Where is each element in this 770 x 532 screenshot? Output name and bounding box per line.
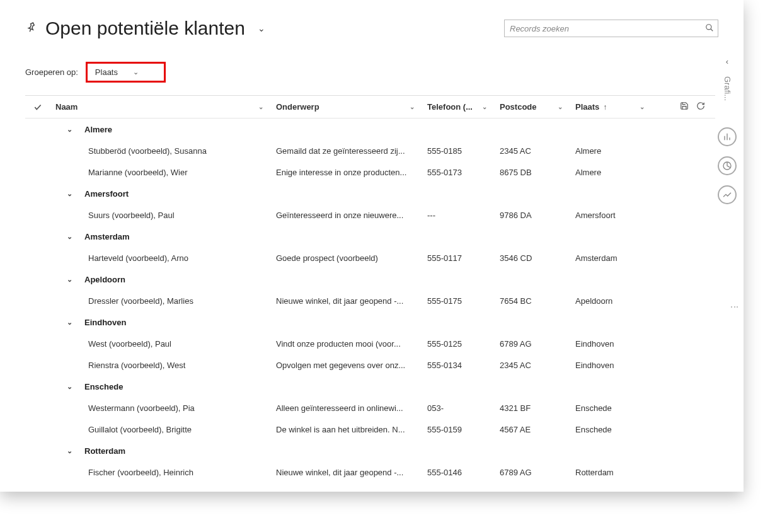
chevron-down-icon: ⌄ <box>67 383 76 391</box>
column-header-telefoon[interactable]: Telefoon (... ⌄ <box>422 102 495 112</box>
data-grid: Naam ⌄ Onderwerp ⌄ Telefoon (... ⌄ Postc… <box>25 95 715 483</box>
table-row[interactable]: Harteveld (voorbeeld), ArnoGoede prospec… <box>25 247 715 269</box>
cell-plaats: Enschede <box>570 403 652 413</box>
drag-handle-icon[interactable]: ⋮ <box>730 303 740 310</box>
chart-pie-icon[interactable] <box>718 156 737 175</box>
group-header[interactable]: ⌄Rotterdam <box>25 440 715 461</box>
chevron-down-icon: ⌄ <box>67 233 76 241</box>
title-wrap: Open potentiële klanten ⌄ <box>25 18 265 39</box>
chevron-down-icon: ⌄ <box>67 275 76 284</box>
pin-icon[interactable] <box>23 20 39 37</box>
cell-naam: Dressler (voorbeeld), Marlies <box>50 296 271 306</box>
cell-telefoon: 555-0134 <box>422 361 495 370</box>
table-row[interactable]: Rienstra (voorbeeld), WestOpvolgen met g… <box>25 354 715 376</box>
group-name: Enschede <box>84 382 123 391</box>
cell-postcode: 2345 AC <box>495 146 570 156</box>
cell-onderwerp: Alleen geïnteresseerd in onlinewi... <box>271 403 422 413</box>
cell-naam: Westermann (voorbeeld), Pia <box>50 403 271 413</box>
table-row[interactable]: Westermann (voorbeeld), PiaAlleen geïnte… <box>25 397 715 419</box>
table-row[interactable]: Guillalot (voorbeeld), BrigitteDe winkel… <box>25 419 715 440</box>
column-header-naam[interactable]: Naam ⌄ <box>50 102 271 112</box>
group-name: Almere <box>84 125 112 134</box>
column-header-plaats[interactable]: Plaats ↑ ⌄ <box>570 102 652 112</box>
table-row[interactable]: Stubberöd (voorbeeld), SusannaGemaild da… <box>25 140 715 161</box>
refresh-icon[interactable] <box>696 101 705 112</box>
cell-plaats: Almere <box>570 146 652 156</box>
chevron-down-icon: ⌄ <box>133 68 139 76</box>
collapse-chevron-icon[interactable]: ‹ <box>726 57 728 66</box>
column-header-onderwerp[interactable]: Onderwerp ⌄ <box>271 102 422 112</box>
cell-naam: Fischer (voorbeeld), Heinrich <box>50 468 271 477</box>
group-name: Eindhoven <box>84 318 126 327</box>
cell-postcode: 7654 BC <box>495 296 570 306</box>
group-header[interactable]: ⌄Almere <box>25 119 715 140</box>
cell-onderwerp: Nieuwe winkel, dit jaar geopend -... <box>271 468 422 477</box>
table-row[interactable]: Fischer (voorbeeld), HeinrichNieuwe wink… <box>25 461 715 483</box>
cell-onderwerp: Opvolgen met gegevens over onz... <box>271 361 422 370</box>
table-row[interactable]: West (voorbeeld), PaulVindt onze product… <box>25 333 715 354</box>
cell-plaats: Eindhoven <box>570 339 652 349</box>
search-icon[interactable] <box>705 23 714 34</box>
cell-telefoon: 555-0125 <box>422 339 495 349</box>
save-icon[interactable] <box>680 101 689 112</box>
group-by-row: Groeperen op: Plaats ⌄ <box>25 62 744 83</box>
chevron-down-icon: ⌄ <box>67 125 76 134</box>
svg-point-1 <box>706 24 711 29</box>
grid-actions <box>652 101 715 112</box>
chevron-down-icon: ⌄ <box>410 103 415 110</box>
group-name: Amersfoort <box>84 189 129 199</box>
cell-plaats: Eindhoven <box>570 361 652 370</box>
cell-onderwerp: Vindt onze producten mooi (voor... <box>271 339 422 349</box>
cell-telefoon: 053- <box>422 403 495 413</box>
cell-postcode: 2345 AC <box>495 361 570 370</box>
rail-label[interactable]: Grafi... <box>723 76 732 101</box>
cell-telefoon: --- <box>422 211 495 220</box>
cell-postcode: 4321 BF <box>495 403 570 413</box>
group-header[interactable]: ⌄Amersfoort <box>25 183 715 204</box>
chevron-down-icon: ⌄ <box>258 103 263 110</box>
cell-onderwerp: Geïnteresseerd in onze nieuwere... <box>271 211 422 220</box>
page-title[interactable]: Open potentiële klanten <box>45 18 245 39</box>
chart-line-icon[interactable] <box>718 185 737 204</box>
table-row[interactable]: Marianne (voorbeeld), WierEnige interess… <box>25 161 715 183</box>
column-header-postcode[interactable]: Postcode ⌄ <box>495 102 570 112</box>
chevron-down-icon: ⌄ <box>67 447 76 455</box>
cell-naam: Rienstra (voorbeeld), West <box>50 361 271 370</box>
chart-bar-icon[interactable] <box>718 127 737 146</box>
cell-postcode: 4567 AE <box>495 425 570 434</box>
cell-plaats: Enschede <box>570 425 652 434</box>
cell-plaats: Apeldoorn <box>570 296 652 306</box>
cell-telefoon: 555-0185 <box>422 146 495 156</box>
view-selector-chevron-icon[interactable]: ⌄ <box>258 23 265 33</box>
table-row[interactable]: Dressler (voorbeeld), MarliesNieuwe wink… <box>25 290 715 311</box>
group-by-select[interactable]: Plaats ⌄ <box>86 62 166 83</box>
group-name: Apeldoorn <box>84 275 125 284</box>
cell-telefoon: 555-0173 <box>422 168 495 177</box>
group-header[interactable]: ⌄Eindhoven <box>25 311 715 333</box>
cell-naam: Guillalot (voorbeeld), Brigitte <box>50 425 271 434</box>
cell-postcode: 6789 AG <box>495 468 570 477</box>
table-row[interactable]: Suurs (voorbeeld), PaulGeïnteresseerd in… <box>25 204 715 226</box>
cell-plaats: Amersfoort <box>570 211 652 220</box>
group-header[interactable]: ⌄Amsterdam <box>25 226 715 247</box>
group-by-label: Groeperen op: <box>25 67 78 77</box>
right-rail: ‹ Grafi... <box>718 57 736 204</box>
chevron-down-icon: ⌄ <box>67 318 76 327</box>
cell-onderwerp: Nieuwe winkel, dit jaar geopend -... <box>271 296 422 306</box>
cell-plaats: Almere <box>570 168 652 177</box>
cell-telefoon: 555-0117 <box>422 253 495 263</box>
cell-naam: Marianne (voorbeeld), Wier <box>50 168 271 177</box>
group-header[interactable]: ⌄Enschede <box>25 376 715 397</box>
search-box[interactable] <box>504 20 718 37</box>
header: Open potentiële klanten ⌄ <box>25 18 744 39</box>
search-input[interactable] <box>510 24 705 33</box>
select-all-checkbox[interactable] <box>25 102 50 112</box>
cell-onderwerp: Goede prospect (voorbeeld) <box>271 253 422 263</box>
cell-postcode: 8675 DB <box>495 168 570 177</box>
grid-header-row: Naam ⌄ Onderwerp ⌄ Telefoon (... ⌄ Postc… <box>25 96 715 119</box>
cell-postcode: 6789 AG <box>495 339 570 349</box>
group-header[interactable]: ⌄Apeldoorn <box>25 269 715 290</box>
group-by-value: Plaats <box>95 67 118 77</box>
cell-telefoon: 555-0159 <box>422 425 495 434</box>
cell-naam: Harteveld (voorbeeld), Arno <box>50 253 271 263</box>
